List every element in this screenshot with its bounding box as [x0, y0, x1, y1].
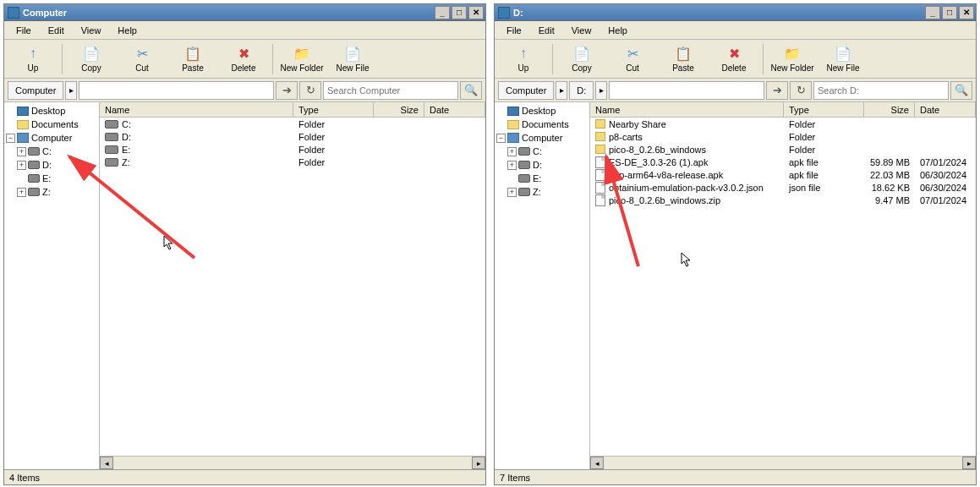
minimize-button[interactable]: _ [925, 6, 940, 19]
tree-item-d[interactable]: +D: [4, 158, 99, 172]
column-type[interactable]: Type [784, 102, 864, 117]
toolbar-new-file-button[interactable]: 📄New File [818, 41, 868, 77]
toolbar-cut-button[interactable]: ✂Cut [607, 41, 658, 77]
tree-item-e[interactable]: E: [4, 172, 99, 185]
tree-label: C: [533, 146, 542, 156]
list-header: Name Type Size Date [100, 102, 485, 118]
tree-item-computer[interactable]: −Computer [495, 131, 589, 145]
menu-file[interactable]: File [8, 23, 40, 38]
titlebar[interactable]: D: _ □ ✕ [495, 4, 976, 21]
menu-edit[interactable]: Edit [530, 23, 563, 38]
maximize-button[interactable]: □ [452, 6, 467, 19]
tree-item-c[interactable]: +C: [495, 145, 589, 158]
tree-item-documents[interactable]: Documents [495, 118, 589, 131]
menu-view[interactable]: View [563, 23, 600, 38]
column-date[interactable]: Date [424, 102, 485, 117]
tree-item-z[interactable]: +Z: [495, 185, 589, 199]
tree-item-desktop[interactable]: Desktop [495, 104, 589, 118]
breadcrumb-computer[interactable]: Computer [498, 81, 554, 100]
breadcrumb-computer[interactable]: Computer [8, 81, 63, 100]
tree-item-desktop[interactable]: Desktop [4, 104, 99, 118]
go-button[interactable]: ➔ [766, 81, 788, 100]
scroll-right-icon[interactable]: ▸ [472, 457, 485, 469]
toolbar-new-file-button[interactable]: 📄New File [327, 41, 378, 77]
search-button[interactable]: 🔍 [460, 81, 482, 100]
expand-icon[interactable]: + [17, 147, 26, 156]
breadcrumb-separator[interactable]: ▸ [595, 81, 607, 100]
tree-item-c[interactable]: +C: [4, 145, 99, 158]
toolbar-new-folder-button[interactable]: 📁New Folder [276, 41, 327, 77]
toolbar-delete-button[interactable]: ✖Delete [709, 41, 759, 77]
expand-icon[interactable]: + [17, 161, 26, 170]
breadcrumb-d[interactable]: D: [569, 81, 594, 100]
search-input[interactable] [813, 81, 949, 100]
scroll-left-icon[interactable]: ◂ [100, 457, 113, 469]
toolbar-new-folder-button[interactable]: 📁New Folder [767, 41, 818, 77]
tree-item-computer[interactable]: −Computer [4, 131, 99, 145]
menu-view[interactable]: View [73, 23, 110, 38]
titlebar[interactable]: Computer _ □ ✕ [4, 4, 485, 21]
toolbar-cut-button[interactable]: ✂Cut [117, 41, 167, 77]
tree-item-d[interactable]: +D: [495, 158, 589, 172]
menu-help[interactable]: Help [109, 23, 145, 38]
toolbar-copy-button[interactable]: 📄Copy [66, 41, 117, 77]
tree-item-e[interactable]: E: [495, 172, 589, 185]
horizontal-scrollbar[interactable]: ◂ ▸ [100, 456, 485, 469]
list-item[interactable]: pico-8_0.2.6b_windowsFolder [590, 143, 976, 156]
toolbar-delete-button[interactable]: ✖Delete [218, 41, 269, 77]
search-button[interactable]: 🔍 [950, 81, 972, 100]
toolbar-up-button[interactable]: ↑Up [8, 41, 58, 77]
list-item[interactable]: Nearby ShareFolder [590, 118, 976, 130]
close-button[interactable]: ✕ [959, 6, 974, 19]
path-empty[interactable] [79, 81, 274, 100]
expand-icon[interactable]: + [507, 188, 517, 197]
toolbar-label: New File [337, 63, 370, 73]
toolbar-paste-button[interactable]: 📋Paste [658, 41, 709, 77]
expand-icon[interactable]: + [507, 161, 517, 170]
list-item[interactable]: app-arm64-v8a-release.apkapk file22.03 M… [590, 168, 976, 181]
column-name[interactable]: Name [100, 102, 293, 117]
list-item[interactable]: C:Folder [100, 118, 485, 130]
column-size[interactable]: Size [374, 102, 424, 117]
toolbar-paste-button[interactable]: 📋Paste [167, 41, 218, 77]
toolbar-up-button[interactable]: ↑Up [498, 41, 549, 77]
expand-icon[interactable]: − [6, 134, 15, 143]
column-date[interactable]: Date [915, 102, 976, 117]
list-item[interactable]: Z:Folder [100, 156, 485, 168]
path-empty[interactable] [609, 81, 764, 100]
breadcrumb-separator[interactable]: ▸ [65, 81, 77, 100]
tree-item-documents[interactable]: Documents [4, 118, 99, 131]
toolbar-label: Cut [626, 63, 639, 73]
list-item[interactable]: p8-cartsFolder [590, 130, 976, 143]
expand-icon[interactable]: − [496, 134, 506, 143]
horizontal-scrollbar[interactable]: ◂ ▸ [590, 456, 976, 469]
expand-icon[interactable]: + [17, 188, 26, 197]
file-icon [595, 182, 605, 194]
column-size[interactable]: Size [864, 102, 915, 117]
list-item[interactable]: obtainium-emulation-pack-v3.0.2.jsonjson… [590, 181, 976, 194]
cell-size: 59.89 MB [864, 157, 915, 167]
scroll-right-icon[interactable]: ▸ [962, 457, 976, 469]
close-button[interactable]: ✕ [468, 6, 484, 19]
tree-item-z[interactable]: +Z: [4, 185, 99, 199]
maximize-button[interactable]: □ [942, 6, 957, 19]
menu-help[interactable]: Help [599, 23, 636, 38]
toolbar-copy-button[interactable]: 📄Copy [556, 41, 607, 77]
go-button[interactable]: ➔ [276, 81, 298, 100]
breadcrumb-separator[interactable]: ▸ [556, 81, 567, 100]
refresh-button[interactable]: ↻ [790, 81, 812, 100]
scroll-left-icon[interactable]: ◂ [590, 457, 604, 469]
search-input[interactable] [323, 81, 458, 100]
refresh-button[interactable]: ↻ [299, 81, 321, 100]
column-name[interactable]: Name [590, 102, 784, 117]
menu-edit[interactable]: Edit [40, 23, 73, 38]
list-item[interactable]: pico-8_0.2.6b_windows.zip9.47 MB07/01/20… [590, 194, 976, 206]
expand-icon[interactable]: + [507, 147, 517, 156]
list-item[interactable]: D:Folder [100, 130, 485, 143]
list-item[interactable]: E:Folder [100, 143, 485, 156]
menu-file[interactable]: File [498, 23, 530, 38]
list-item[interactable]: ES-DE_3.0.3-26 (1).apkapk file59.89 MB07… [590, 156, 976, 168]
column-type[interactable]: Type [293, 102, 374, 117]
minimize-button[interactable]: _ [435, 6, 450, 19]
statusbar: 4 Items [4, 469, 485, 484]
